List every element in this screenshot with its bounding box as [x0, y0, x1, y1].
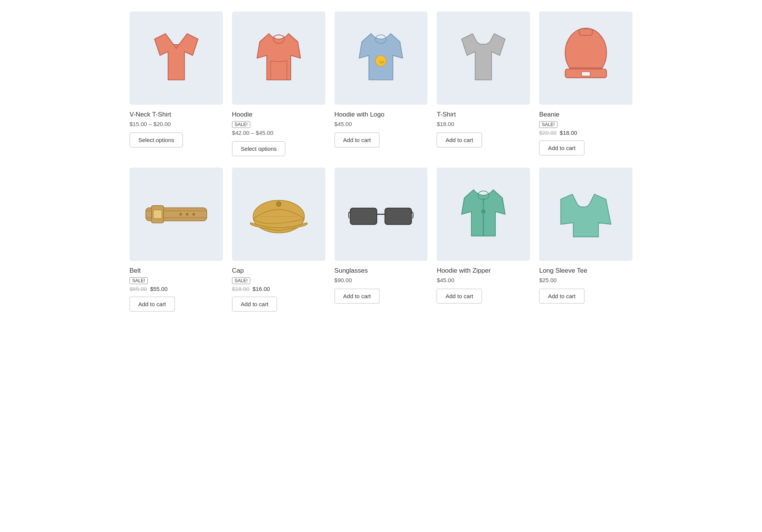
svg-point-15 — [179, 213, 182, 216]
product-card-long-sleeve-tee: Long Sleeve Tee$25.00Add to cart — [539, 168, 632, 312]
sale-badge-belt: SALE! — [130, 277, 148, 284]
svg-point-19 — [276, 201, 281, 206]
product-name-hoodie: Hoodie — [232, 111, 253, 118]
cart-button-beanie[interactable]: Add to cart — [539, 141, 584, 155]
product-image-hoodie-logo: 😊 — [335, 11, 428, 105]
price-original-belt: $65.00 — [130, 286, 147, 292]
product-price-tshirt: $18.00 — [437, 121, 454, 127]
svg-rect-21 — [351, 208, 377, 224]
product-name-belt: Belt — [130, 267, 141, 275]
product-price-section-sunglasses: $90.00 — [335, 277, 352, 285]
cart-button-long-sleeve-tee[interactable]: Add to cart — [539, 289, 584, 304]
price-new-cap: $16.00 — [253, 286, 270, 292]
product-card-hoodie: HoodieSALE!$42.00 – $45.00Select options — [232, 11, 325, 156]
svg-point-16 — [186, 213, 189, 216]
product-price-vneck-tshirt: $15.00 – $20.00 — [130, 121, 171, 127]
product-name-tshirt: T-Shirt — [437, 111, 456, 118]
product-card-tshirt: T-Shirt$18.00Add to cart — [437, 11, 530, 156]
price-original-cap: $18.00 — [232, 286, 250, 292]
product-name-long-sleeve-tee: Long Sleeve Tee — [539, 267, 587, 275]
product-card-vneck-tshirt: V-Neck T-Shirt$15.00 – $20.00Select opti… — [130, 11, 223, 156]
svg-rect-7 — [579, 29, 592, 35]
product-name-beanie: Beanie — [539, 111, 559, 118]
price-wrap-beanie: $20.00$18.00 — [539, 129, 577, 136]
product-name-cap: Cap — [232, 267, 244, 275]
product-image-hoodie — [232, 11, 325, 105]
cart-button-belt[interactable]: Add to cart — [130, 297, 175, 312]
product-image-sunglasses — [335, 168, 428, 261]
product-price-section-tshirt: $18.00 — [437, 121, 454, 129]
product-price-long-sleeve-tee: $25.00 — [539, 277, 557, 283]
product-image-beanie — [539, 11, 632, 105]
product-card-hoodie-logo: 😊 Hoodie with Logo$45.00Add to cart — [335, 11, 428, 156]
sale-badge-beanie: SALE! — [539, 121, 557, 128]
price-new-beanie: $18.00 — [560, 129, 577, 136]
cart-button-cap[interactable]: Add to cart — [232, 297, 277, 312]
product-image-cap — [232, 168, 325, 261]
svg-point-17 — [192, 213, 195, 216]
select-button-vneck-tshirt[interactable]: Select options — [130, 133, 183, 147]
product-card-cap: CapSALE!$18.00$16.00Add to cart — [232, 168, 325, 312]
price-original-beanie: $20.00 — [539, 129, 557, 136]
svg-rect-22 — [385, 208, 412, 224]
svg-rect-14 — [153, 210, 162, 219]
product-price-section-cap: SALE!$18.00$16.00 — [232, 277, 270, 293]
sale-badge-cap: SALE! — [232, 277, 250, 284]
product-price-section-long-sleeve-tee: $25.00 — [539, 277, 557, 285]
product-price-section-hoodie-logo: $45.00 — [335, 121, 352, 129]
product-price-section-beanie: SALE!$20.00$18.00 — [539, 121, 577, 137]
svg-text:😊: 😊 — [379, 58, 385, 64]
product-price-section-hoodie-zipper: $45.00 — [437, 277, 454, 285]
cart-button-hoodie-zipper[interactable]: Add to cart — [437, 289, 482, 304]
product-price-section-belt: SALE!$65.00$55.00 — [130, 277, 168, 293]
product-name-sunglasses: Sunglasses — [335, 267, 368, 275]
product-price-hoodie-logo: $45.00 — [335, 121, 352, 127]
price-new-belt: $55.00 — [150, 286, 168, 292]
cart-button-tshirt[interactable]: Add to cart — [437, 133, 482, 147]
product-grid: V-Neck T-Shirt$15.00 – $20.00Select opti… — [130, 11, 632, 312]
product-price-hoodie: $42.00 – $45.00 — [232, 129, 273, 136]
price-wrap-cap: $18.00$16.00 — [232, 286, 270, 292]
product-card-belt: BeltSALE!$65.00$55.00Add to cart — [130, 168, 223, 312]
select-button-hoodie[interactable]: Select options — [232, 141, 285, 156]
product-price-hoodie-zipper: $45.00 — [437, 277, 454, 283]
product-price-sunglasses: $90.00 — [335, 277, 352, 283]
cart-button-sunglasses[interactable]: Add to cart — [335, 289, 380, 304]
svg-rect-9 — [581, 72, 590, 76]
svg-rect-29 — [482, 206, 485, 209]
cart-button-hoodie-logo[interactable]: Add to cart — [335, 133, 380, 147]
sale-badge-hoodie: SALE! — [232, 121, 250, 128]
product-image-hoodie-zipper — [437, 168, 530, 261]
product-image-long-sleeve-tee — [539, 168, 632, 261]
product-card-beanie: BeanieSALE!$20.00$18.00Add to cart — [539, 11, 632, 156]
product-name-vneck-tshirt: V-Neck T-Shirt — [130, 111, 171, 118]
product-card-hoodie-zipper: Hoodie with Zipper$45.00Add to cart — [437, 168, 530, 312]
product-price-section-hoodie: SALE!$42.00 – $45.00 — [232, 121, 273, 137]
product-name-hoodie-zipper: Hoodie with Zipper — [437, 267, 491, 275]
price-wrap-belt: $65.00$55.00 — [130, 286, 168, 292]
product-image-tshirt — [437, 11, 530, 105]
product-price-section-vneck-tshirt: $15.00 – $20.00 — [130, 121, 171, 129]
product-card-sunglasses: Sunglasses$90.00Add to cart — [335, 168, 428, 312]
product-image-vneck-tshirt — [130, 11, 223, 105]
product-name-hoodie-logo: Hoodie with Logo — [335, 111, 384, 118]
svg-point-28 — [481, 209, 485, 213]
product-image-belt — [130, 168, 223, 261]
